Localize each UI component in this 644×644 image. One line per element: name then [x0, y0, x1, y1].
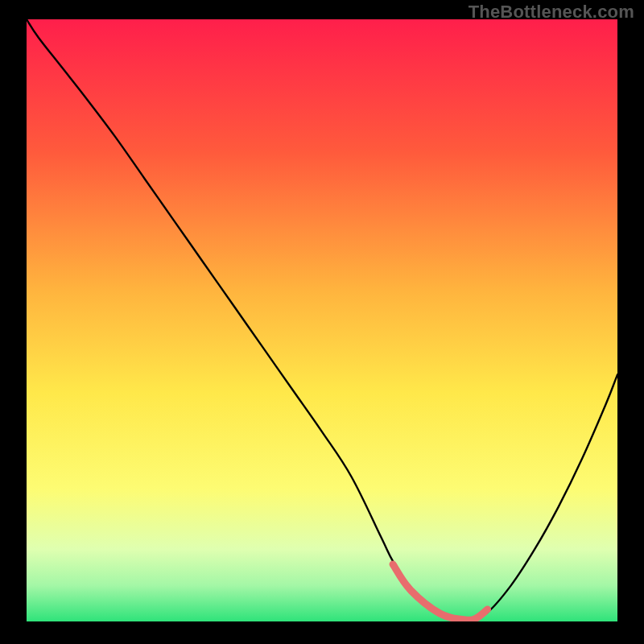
- plot-area: [27, 19, 617, 621]
- gradient-background: [27, 19, 617, 621]
- plot-svg: [27, 19, 617, 621]
- watermark-text: TheBottleneck.com: [469, 2, 634, 23]
- chart-frame: TheBottleneck.com: [0, 0, 644, 644]
